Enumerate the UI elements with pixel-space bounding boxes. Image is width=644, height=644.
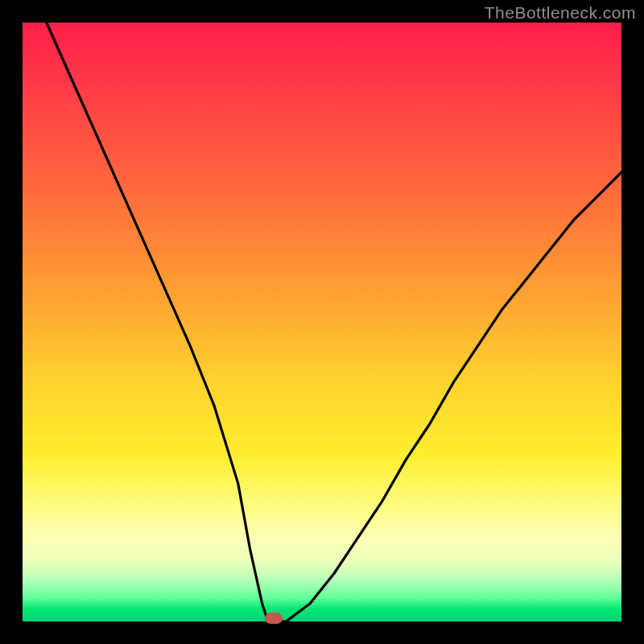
optimum-marker: [265, 613, 283, 624]
plot-area: [23, 23, 621, 621]
chart-frame: TheBottleneck.com: [0, 0, 644, 644]
watermark-text: TheBottleneck.com: [485, 3, 636, 23]
bottleneck-curve: [23, 23, 621, 621]
